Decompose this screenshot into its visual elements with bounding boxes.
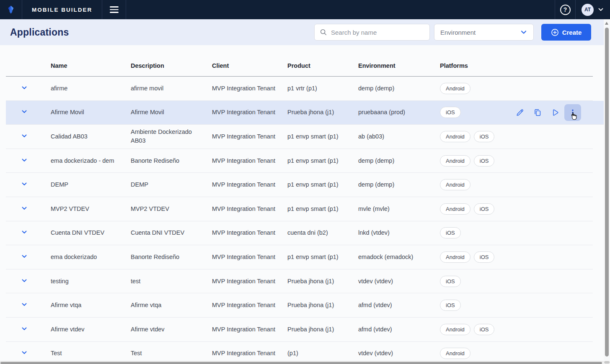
platform-badge: iOS — [440, 227, 461, 238]
expand-row-button[interactable] — [20, 252, 29, 261]
app-environment: ab (ab03) — [358, 132, 440, 141]
avatar: AT — [582, 4, 594, 16]
app-client: MVP Integration Tenant — [212, 349, 287, 358]
vertical-scrollbar-thumb[interactable] — [605, 28, 609, 356]
app-product: p1 envp smart (p1) — [287, 132, 358, 141]
horizontal-scrollbar-thumb[interactable] — [0, 362, 602, 364]
chevron-down-icon — [21, 85, 28, 91]
create-button[interactable]: Create — [541, 24, 591, 41]
app-name: Afirme vtdev — [51, 325, 131, 334]
app-product: Prueba jhona (j1) — [287, 108, 358, 117]
expand-row-button[interactable] — [20, 300, 29, 309]
expand-row-button[interactable] — [20, 204, 29, 213]
platform-badge: iOS — [474, 251, 495, 263]
platform-badge: iOS — [440, 107, 461, 118]
expand-row-button[interactable] — [20, 348, 29, 357]
app-product: p1 envp smart (p1) — [287, 180, 358, 189]
app-name: Calidad AB03 — [51, 132, 131, 141]
app-description: MVP2 VTDEV — [131, 205, 212, 213]
app-environment: mvle (mvle) — [358, 205, 440, 213]
search-box[interactable] — [314, 24, 430, 41]
more-actions-button[interactable] — [564, 104, 581, 121]
help-button[interactable]: ? — [555, 0, 575, 19]
table-row[interactable]: Afirme Movil Afirme Movil MVP Integratio… — [6, 101, 604, 125]
app-environment: afmd (vtdev) — [358, 325, 440, 334]
app-client: MVP Integration Tenant — [212, 84, 287, 93]
table-row[interactable]: DEMP DEMP MVP Integration Tenant p1 envp… — [6, 173, 593, 197]
app-description: DEMP — [131, 180, 212, 189]
platform-badge: Android — [440, 324, 470, 335]
expand-row-button[interactable] — [20, 228, 29, 237]
platform-badges: AndroidiOS — [440, 203, 509, 215]
table-row[interactable]: Calidad AB03 Ambiente Dockerizado AB03 M… — [6, 125, 593, 149]
app-product: Prueba jhona (j1) — [287, 301, 358, 310]
app-environment: vtdev (vtdev) — [358, 277, 440, 286]
table-row[interactable]: testing test MVP Integration Tenant Prue… — [6, 269, 593, 294]
app-client: MVP Integration Tenant — [212, 156, 287, 165]
app-name: Afirme vtqa — [51, 301, 131, 310]
brand-logo[interactable] — [0, 0, 22, 19]
account-menu[interactable]: AT — [575, 0, 610, 19]
applications-table: Name Description Client Product Environm… — [6, 45, 604, 364]
table-row[interactable]: ema dockerizado Banorte Rediseño MVP Int… — [6, 245, 593, 269]
brand-title: MOBILE BUILDER — [22, 0, 102, 19]
edit-button[interactable] — [512, 104, 528, 121]
app-client: MVP Integration Tenant — [212, 132, 287, 141]
expand-row-button[interactable] — [20, 276, 29, 285]
expand-row-button[interactable] — [20, 156, 29, 165]
table-row[interactable]: afirme afirme movil MVP Integration Tena… — [6, 77, 593, 101]
environment-select-label: Environment — [440, 29, 476, 36]
col-name: Name — [51, 62, 131, 69]
app-environment: vtdev (vtdev) — [358, 349, 440, 358]
app-product: Prueba jhona (j1) — [287, 277, 358, 286]
platform-badge: Android — [440, 348, 470, 359]
run-button[interactable] — [547, 104, 563, 121]
table-row[interactable]: MVP2 VTDEV MVP2 VTDEV MVP Integration Te… — [6, 197, 593, 221]
expand-row-button[interactable] — [20, 324, 29, 333]
expand-row-button[interactable] — [20, 131, 29, 141]
app-environment: lnkd (vtdev) — [358, 228, 440, 237]
table-row[interactable]: Afirme vtqa Afirme vtqa MVP Integration … — [6, 293, 593, 318]
duplicate-button[interactable] — [529, 104, 546, 121]
app-environment: pruebaana (prod) — [358, 108, 440, 117]
expand-row-button[interactable] — [20, 107, 29, 116]
chevron-down-icon — [21, 277, 28, 284]
app-product: p1 vrtr (p1) — [287, 84, 358, 93]
menu-button[interactable] — [102, 0, 126, 19]
chevron-down-icon — [21, 301, 28, 308]
chevron-down-icon — [520, 28, 527, 36]
search-input[interactable] — [331, 29, 424, 36]
expand-row-button[interactable] — [20, 179, 29, 189]
platform-badge: Android — [440, 179, 470, 190]
chevron-down-icon — [21, 253, 28, 260]
kebab-menu-icon — [569, 108, 577, 117]
table-row[interactable]: ema dockerizado - dem Banorte Rediseño M… — [6, 149, 593, 173]
search-icon — [320, 28, 327, 36]
table-row[interactable]: Cuenta DNI VTDEV Cuenta DNI VTDEV MVP In… — [6, 221, 593, 246]
table-row[interactable]: Test Test MVP Integration Tenant (p1) vt… — [6, 342, 593, 364]
platform-badge: Android — [440, 251, 470, 263]
chevron-down-icon — [21, 205, 28, 212]
expand-row-button[interactable] — [20, 83, 29, 92]
page-title: Applications — [10, 27, 69, 38]
scroll-up-arrow-icon[interactable] — [605, 22, 608, 25]
platform-badge: Android — [440, 83, 470, 94]
help-icon: ? — [560, 5, 571, 15]
chevron-down-icon — [21, 326, 28, 332]
app-description: Banorte Rediseño — [131, 253, 212, 261]
environment-select[interactable]: Environment — [434, 24, 534, 41]
app-name: MVP2 VTDEV — [51, 205, 131, 213]
platform-badges: iOS — [440, 227, 509, 238]
platform-badges: AndroidiOS — [440, 324, 509, 335]
chevron-down-icon — [597, 6, 604, 13]
chevron-down-icon — [21, 133, 28, 139]
horizontal-scrollbar[interactable] — [0, 361, 604, 364]
app-product: p1 envp smart (p1) — [287, 156, 358, 165]
chevron-down-icon — [21, 181, 28, 187]
vertical-scrollbar[interactable] — [604, 19, 610, 364]
platform-badges: Android — [440, 348, 509, 359]
app-name: testing — [51, 277, 131, 286]
platform-badge: Android — [440, 203, 470, 215]
table-row[interactable]: Afirme vtdev Afirme vtdev MVP Integratio… — [6, 318, 593, 342]
app-client: MVP Integration Tenant — [212, 108, 287, 117]
